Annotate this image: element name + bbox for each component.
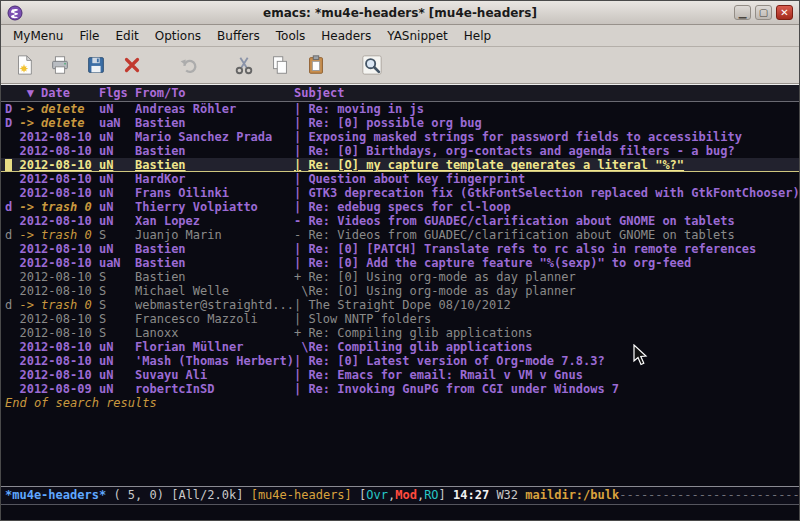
- message-row[interactable]: 2012-08-10uNBastien|Re: [O] my capture t…: [1, 158, 799, 172]
- close-button[interactable]: ✕: [776, 5, 793, 20]
- modeline-segment: [All/2.0k]: [171, 488, 250, 502]
- row-mark: D: [5, 116, 19, 130]
- print-button[interactable]: [45, 51, 75, 79]
- message-row[interactable]: 2012-08-10uNFlorian Müllner \Re: Compili…: [1, 340, 799, 354]
- cut-icon: [233, 54, 255, 76]
- row-from: Suvayu Ali: [135, 368, 294, 382]
- maximize-button[interactable]: ▢: [755, 5, 772, 20]
- minimize-button[interactable]: ▁: [734, 5, 751, 20]
- message-row[interactable]: 2012-08-10uNFrans Oilinki|GTK3 deprecati…: [1, 186, 799, 200]
- row-thread-prefix: |: [294, 368, 308, 382]
- message-row[interactable]: 2012-08-10SBastien+Re: [0] Using org-mod…: [1, 270, 799, 284]
- row-flags: S: [99, 312, 135, 326]
- menu-item-buffers[interactable]: Buffers: [209, 27, 268, 45]
- message-row[interactable]: 2012-08-10uNHardKor|Question about key f…: [1, 172, 799, 186]
- row-subject: Slow NNTP folders: [308, 312, 799, 326]
- modeline-segment: [mu4e-headers]: [251, 488, 359, 502]
- toolbar-separator: [209, 65, 223, 66]
- row-date: 2012-08-10: [19, 214, 98, 228]
- message-row[interactable]: 2012-08-10uNBastien|Re: [0] Birthdays, o…: [1, 144, 799, 158]
- row-from: Mario Sanchez Prada: [135, 130, 294, 144]
- row-mark: [5, 284, 19, 298]
- menu-item-edit[interactable]: Edit: [108, 27, 147, 45]
- menu-item-headers[interactable]: Headers: [313, 27, 379, 45]
- message-row[interactable]: 2012-08-10uNBastien|Re: [0] [PATCH] Tran…: [1, 242, 799, 256]
- row-date: -> delete: [19, 116, 98, 130]
- row-flags: uN: [99, 340, 135, 354]
- message-row[interactable]: d-> trash 0uNThierry Volpiatto|Re: edebu…: [1, 200, 799, 214]
- row-from: Lanoxx: [135, 326, 294, 340]
- menu-item-options[interactable]: Options: [147, 27, 209, 45]
- menu-item-mymenu[interactable]: MyMenu: [5, 27, 71, 45]
- row-date: 2012-08-10: [19, 172, 98, 186]
- message-row[interactable]: d-> trash 0SJuanjo Marin-Re: Videos from…: [1, 228, 799, 242]
- row-flags: uN: [99, 102, 135, 116]
- message-row[interactable]: 2012-08-10SMichael Welle \Re: [O] Using …: [1, 284, 799, 298]
- title-bar[interactable]: emacs: *mu4e-headers* [mu4e-headers] ▁ ▢…: [1, 1, 799, 25]
- echo-area[interactable]: [1, 505, 799, 520]
- row-subject: Re: [0] possible org bug: [308, 116, 799, 130]
- message-row[interactable]: 2012-08-10SLanoxx+Re: Compiling glib app…: [1, 326, 799, 340]
- close-buffer-button[interactable]: [117, 51, 147, 79]
- row-thread-prefix: |: [294, 130, 308, 144]
- search-icon: [361, 54, 383, 76]
- column-header-subject[interactable]: Subject: [294, 85, 799, 101]
- row-date: 2012-08-10: [19, 354, 98, 368]
- paste-button[interactable]: [301, 51, 331, 79]
- message-row[interactable]: 2012-08-10uNXan Lopez-Re: Videos from GU…: [1, 214, 799, 228]
- save-button[interactable]: [81, 51, 111, 79]
- row-subject: Exposing masked strings for password fie…: [308, 130, 799, 144]
- copy-button[interactable]: [265, 51, 295, 79]
- row-from: Andreas Röhler: [135, 102, 294, 116]
- modeline-segment: Ovr: [366, 488, 388, 502]
- row-mark: [5, 368, 19, 382]
- row-date: 2012-08-10: [19, 130, 98, 144]
- new-file-button[interactable]: [9, 51, 39, 79]
- menu-item-help[interactable]: Help: [456, 27, 499, 45]
- row-mark: [5, 382, 19, 396]
- row-flags: uN: [99, 354, 135, 368]
- cut-button[interactable]: [229, 51, 259, 79]
- column-header-from[interactable]: From/To: [135, 85, 294, 101]
- row-from: 'Mash (Thomas Herbert): [135, 354, 294, 368]
- undo-button[interactable]: [173, 51, 203, 79]
- search-button[interactable]: [357, 51, 387, 79]
- row-from: robertcInSD: [135, 382, 294, 396]
- message-row[interactable]: d-> trash 0Swebmaster@straightd...|The S…: [1, 298, 799, 312]
- message-row[interactable]: 2012-08-10SFrancesco Mazzoli|Slow NNTP f…: [1, 312, 799, 326]
- row-flags: uaN: [99, 116, 135, 130]
- message-row[interactable]: 2012-08-10uNMario Sanchez Prada|Exposing…: [1, 130, 799, 144]
- column-header-date[interactable]: ▼ Date: [19, 85, 98, 101]
- row-mark: [5, 242, 19, 256]
- message-row[interactable]: D-> deleteuNAndreas Röhler|Re: moving in…: [1, 102, 799, 116]
- menu-item-tools[interactable]: Tools: [268, 27, 314, 45]
- buffer-frame: ▼ Date Flgs From/To Subject D-> deleteuN…: [1, 84, 799, 520]
- row-thread-prefix: +: [294, 326, 308, 340]
- message-row[interactable]: 2012-08-10uaNBastien|Re: [0] Add the cap…: [1, 256, 799, 270]
- row-flags: uN: [99, 382, 135, 396]
- row-date: 2012-08-10: [19, 312, 98, 326]
- column-header-flags[interactable]: Flgs: [99, 85, 135, 101]
- row-mark: [5, 256, 19, 270]
- modeline-segment: maildir:/bulk: [525, 488, 619, 502]
- message-row[interactable]: D-> deleteuaNBastien|Re: [0] possible or…: [1, 116, 799, 130]
- row-mark: [5, 270, 19, 284]
- row-subject: Re: Videos from GUADEC/clarification abo…: [308, 214, 799, 228]
- window-controls: ▁ ▢ ✕: [734, 5, 793, 20]
- row-mark: d: [5, 298, 19, 312]
- modeline-segment: W32: [489, 488, 525, 502]
- message-row[interactable]: 2012-08-10uNSuvayu Ali|Re: Emacs for ema…: [1, 368, 799, 382]
- row-thread-prefix: |: [294, 102, 308, 116]
- row-date: 2012-08-09: [19, 382, 98, 396]
- row-thread-prefix: |: [294, 256, 308, 270]
- menu-item-yasnippet[interactable]: YASnippet: [379, 27, 456, 45]
- copy-icon: [269, 54, 291, 76]
- message-row[interactable]: 2012-08-09uNrobertcInSD|Re: Invoking Gnu…: [1, 382, 799, 396]
- message-row[interactable]: 2012-08-10uN'Mash (Thomas Herbert)|Re: […: [1, 354, 799, 368]
- paste-icon: [305, 54, 327, 76]
- row-date: -> trash 0: [19, 200, 98, 214]
- row-flags: S: [99, 284, 135, 298]
- row-mark: d: [5, 200, 19, 214]
- row-from: Bastien: [135, 144, 294, 158]
- menu-item-file[interactable]: File: [71, 27, 107, 45]
